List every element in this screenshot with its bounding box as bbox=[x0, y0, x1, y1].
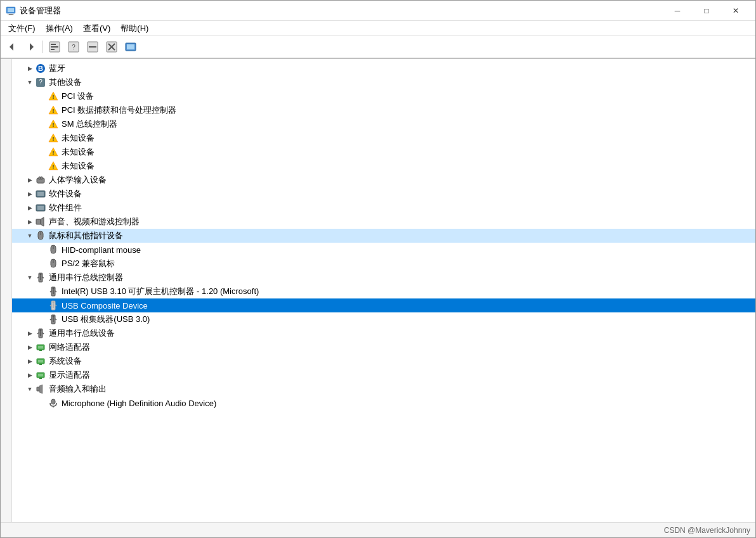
svg-marker-4 bbox=[10, 43, 13, 51]
tree-item-microphone[interactable]: ▶ Microphone (High Definition Audio Devi… bbox=[12, 396, 755, 410]
svg-rect-82 bbox=[38, 374, 43, 376]
display-icon bbox=[35, 369, 46, 381]
display-label: 显示适配器 bbox=[49, 369, 90, 381]
tree-item-display[interactable]: ▶ 显示适配器 bbox=[12, 368, 755, 382]
svg-rect-86 bbox=[51, 399, 55, 404]
expander-network[interactable]: ▶ bbox=[25, 342, 35, 352]
expander-software-devices[interactable]: ▶ bbox=[25, 189, 35, 199]
svg-rect-3 bbox=[8, 15, 14, 15]
close-button[interactable]: ✕ bbox=[721, 1, 750, 21]
expander-bluetooth[interactable]: ▶ bbox=[25, 63, 35, 74]
back-button[interactable] bbox=[3, 38, 21, 56]
expander-other-devices[interactable]: ▼ bbox=[25, 77, 35, 87]
tree-item-pci[interactable]: ▶ ! PCI 设备 bbox=[12, 89, 755, 103]
svg-rect-42 bbox=[36, 219, 41, 224]
menu-view[interactable]: 查看(V) bbox=[78, 22, 115, 35]
tree-item-mouse[interactable]: ▼ 鼠标和其他指针设备 bbox=[12, 229, 755, 243]
tree-item-software-components[interactable]: ▶ 软件组件 bbox=[12, 201, 755, 215]
tree-item-usb-composite[interactable]: ▶ USB Composite Device bbox=[12, 298, 755, 312]
expander-usb-controller[interactable]: ▼ bbox=[25, 272, 35, 283]
toolbar-separator-1 bbox=[42, 41, 43, 53]
menu-help[interactable]: 帮助(H) bbox=[115, 22, 153, 35]
tree-item-usb-hub[interactable]: ▶ USB 根集线器(USB 3.0) bbox=[12, 312, 755, 326]
usb-composite-label: USB Composite Device bbox=[62, 301, 148, 311]
svg-point-51 bbox=[40, 274, 42, 276]
tree-item-unknown2[interactable]: ▶ ! 未知设备 bbox=[12, 145, 755, 159]
title-bar: 设备管理器 ─ □ ✕ bbox=[1, 1, 755, 21]
expander-sound[interactable]: ▶ bbox=[25, 217, 35, 227]
svg-rect-1 bbox=[8, 8, 14, 12]
app-icon bbox=[6, 6, 16, 16]
expander-display[interactable]: ▶ bbox=[25, 370, 35, 380]
tree-item-audio[interactable]: ▼ 音频输入和输出 bbox=[12, 382, 755, 396]
menu-file[interactable]: 文件(F) bbox=[3, 22, 41, 35]
menu-action[interactable]: 操作(A) bbox=[41, 22, 78, 35]
svg-point-56 bbox=[53, 288, 55, 290]
tree-item-network[interactable]: ▶ 网络适配器 bbox=[12, 340, 755, 354]
svg-rect-13 bbox=[89, 46, 96, 48]
properties-button[interactable] bbox=[46, 38, 63, 56]
tree-item-ps2-mouse[interactable]: ▶ PS/2 兼容鼠标 bbox=[12, 257, 755, 271]
tree-item-hid-mouse[interactable]: ▶ HID-compliant mouse bbox=[12, 243, 755, 257]
uninstall-button[interactable] bbox=[103, 38, 121, 56]
pci-label: PCI 设备 bbox=[62, 91, 94, 102]
svg-rect-8 bbox=[51, 46, 58, 48]
microphone-icon bbox=[48, 397, 59, 409]
tree-item-usb-controller[interactable]: ▼ 通用串行总线控制器 bbox=[12, 271, 755, 285]
content-area: ▶ B 蓝牙 ▼ ? 其他设备 bbox=[1, 59, 755, 522]
minimize-button[interactable]: ─ bbox=[663, 1, 692, 21]
status-bar: CSDN @MaverickJohnny bbox=[1, 522, 755, 537]
svg-text:B: B bbox=[38, 65, 43, 72]
tree-item-bluetooth[interactable]: ▶ B 蓝牙 bbox=[12, 61, 755, 75]
pci-data-label: PCI 数据捕获和信号处理控制器 bbox=[62, 105, 176, 116]
maximize-button[interactable]: □ bbox=[692, 1, 721, 21]
scan-button[interactable] bbox=[122, 38, 140, 56]
unknown3-label: 未知设备 bbox=[62, 160, 94, 172]
audio-icon bbox=[35, 383, 46, 395]
tree-item-usb-serial[interactable]: ▶ 通用串行总线设备 bbox=[12, 326, 755, 340]
expander-hid[interactable]: ▶ bbox=[25, 175, 35, 185]
expander-system[interactable]: ▶ bbox=[25, 356, 35, 366]
microphone-label: Microphone (High Definition Audio Device… bbox=[62, 399, 216, 408]
intel-usb-icon bbox=[48, 286, 59, 297]
software-devices-label: 软件设备 bbox=[49, 188, 82, 200]
tree-item-sm-bus[interactable]: ▶ ! SM 总线控制器 bbox=[12, 117, 755, 131]
disable-button[interactable] bbox=[84, 38, 101, 56]
svg-text:!: ! bbox=[53, 108, 55, 114]
system-label: 系统设备 bbox=[49, 355, 82, 367]
unknown2-warning-icon: ! bbox=[48, 146, 59, 158]
mouse-icon bbox=[35, 230, 46, 241]
tree-item-pci-data[interactable]: ▶ ! PCI 数据捕获和信号处理控制器 bbox=[12, 103, 755, 117]
device-manager-window: 设备管理器 ─ □ ✕ 文件(F) 操作(A) 查看(V) 帮助(H) bbox=[0, 0, 756, 538]
left-strip bbox=[1, 59, 12, 522]
bluetooth-icon: B bbox=[35, 63, 46, 74]
svg-rect-83 bbox=[39, 378, 42, 379]
svg-point-61 bbox=[53, 302, 55, 304]
network-label: 网络适配器 bbox=[49, 342, 90, 353]
device-tree[interactable]: ▶ B 蓝牙 ▼ ? 其他设备 bbox=[12, 59, 755, 522]
pci-warning-icon: ! bbox=[48, 91, 59, 102]
svg-text:?: ? bbox=[72, 44, 75, 51]
expander-mouse[interactable]: ▼ bbox=[25, 231, 35, 241]
svg-marker-43 bbox=[41, 217, 44, 226]
status-text: CSDN @MaverickJohnny bbox=[664, 526, 750, 535]
update-driver-button[interactable]: ? bbox=[65, 38, 82, 56]
tree-item-sound[interactable]: ▶ 声音、视频和游戏控制器 bbox=[12, 215, 755, 229]
tree-item-unknown1[interactable]: ▶ ! 未知设备 bbox=[12, 131, 755, 145]
expander-usb-serial[interactable]: ▶ bbox=[25, 328, 35, 338]
tree-item-system[interactable]: ▶ 系统设备 bbox=[12, 354, 755, 368]
tree-item-software-devices[interactable]: ▶ 软件设备 bbox=[12, 187, 755, 201]
forward-button[interactable] bbox=[22, 38, 40, 56]
usb-serial-icon bbox=[35, 328, 46, 339]
svg-text:!: ! bbox=[53, 163, 55, 170]
tree-item-other-devices[interactable]: ▼ ? 其他设备 bbox=[12, 75, 755, 89]
usb-controller-icon bbox=[35, 272, 46, 283]
expander-audio[interactable]: ▼ bbox=[25, 384, 35, 394]
tree-item-hid[interactable]: ▶ 人体学输入设备 bbox=[12, 173, 755, 187]
expander-software-components[interactable]: ▶ bbox=[25, 203, 35, 213]
svg-rect-2 bbox=[9, 14, 13, 15]
svg-text:!: ! bbox=[53, 136, 55, 142]
tree-item-unknown3[interactable]: ▶ ! 未知设备 bbox=[12, 159, 755, 173]
tree-item-intel-usb[interactable]: ▶ Intel(R) USB 3.10 可扩展主机控制器 - 1.20 (Mic… bbox=[12, 285, 755, 298]
sound-label: 声音、视频和游戏控制器 bbox=[49, 216, 140, 227]
